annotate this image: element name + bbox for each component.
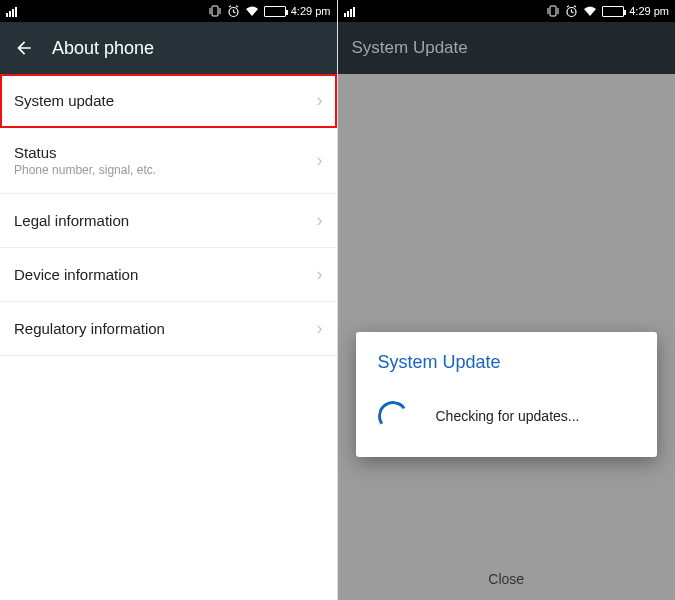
status-time: 4:29 pm bbox=[291, 5, 331, 17]
settings-list: System update › Status Phone number, sig… bbox=[0, 74, 337, 356]
svg-line-22 bbox=[567, 5, 569, 6]
battery-icon bbox=[264, 6, 286, 17]
chevron-right-icon: › bbox=[317, 210, 323, 231]
status-bar: 4:29 pm bbox=[338, 0, 676, 22]
status-time: 4:29 pm bbox=[629, 5, 669, 17]
svg-line-23 bbox=[574, 5, 576, 6]
list-item-subtitle: Phone number, signal, etc. bbox=[14, 163, 156, 177]
close-button[interactable]: Close bbox=[338, 558, 676, 600]
phone-screen-about: 4:29 pm About phone System update › Stat… bbox=[0, 0, 338, 600]
list-item-title: Status bbox=[14, 144, 156, 161]
svg-line-11 bbox=[236, 5, 238, 6]
signal-icon bbox=[6, 5, 20, 17]
list-item-regulatory[interactable]: Regulatory information › bbox=[0, 302, 337, 356]
svg-rect-12 bbox=[344, 13, 346, 17]
svg-rect-3 bbox=[15, 7, 17, 17]
phone-screen-system-update: 4:29 pm System Update System Update Chec… bbox=[338, 0, 676, 600]
modal-scrim: System Update Checking for updates... Cl… bbox=[338, 74, 676, 600]
svg-rect-0 bbox=[6, 13, 8, 17]
page-title: About phone bbox=[52, 38, 154, 59]
svg-rect-1 bbox=[9, 11, 11, 17]
back-icon[interactable] bbox=[14, 38, 34, 58]
chevron-right-icon: › bbox=[317, 318, 323, 339]
svg-rect-16 bbox=[550, 6, 556, 16]
status-bar: 4:29 pm bbox=[0, 0, 337, 22]
list-item-legal[interactable]: Legal information › bbox=[0, 194, 337, 248]
chevron-right-icon: › bbox=[317, 90, 323, 111]
vibrate-icon bbox=[208, 5, 222, 17]
svg-rect-4 bbox=[212, 6, 218, 16]
svg-rect-13 bbox=[347, 11, 349, 17]
alarm-icon bbox=[565, 5, 578, 18]
toolbar-system-update: System Update bbox=[338, 22, 676, 74]
dialog-message: Checking for updates... bbox=[436, 408, 580, 424]
battery-icon bbox=[602, 6, 624, 17]
wifi-icon bbox=[583, 6, 597, 17]
dialog-title: System Update bbox=[378, 352, 636, 373]
spinner-icon bbox=[375, 399, 410, 434]
list-item-title: Legal information bbox=[14, 212, 129, 229]
svg-rect-15 bbox=[353, 7, 355, 17]
page-title: System Update bbox=[352, 38, 468, 58]
chevron-right-icon: › bbox=[317, 264, 323, 285]
list-item-device-info[interactable]: Device information › bbox=[0, 248, 337, 302]
chevron-right-icon: › bbox=[317, 150, 323, 171]
list-item-title: System update bbox=[14, 92, 114, 109]
wifi-icon bbox=[245, 6, 259, 17]
list-item-status[interactable]: Status Phone number, signal, etc. › bbox=[0, 128, 337, 194]
svg-line-9 bbox=[233, 12, 235, 13]
svg-rect-14 bbox=[350, 9, 352, 17]
list-item-title: Regulatory information bbox=[14, 320, 165, 337]
close-label: Close bbox=[488, 571, 524, 587]
alarm-icon bbox=[227, 5, 240, 18]
vibrate-icon bbox=[546, 5, 560, 17]
list-item-title: Device information bbox=[14, 266, 138, 283]
svg-line-21 bbox=[572, 12, 574, 13]
svg-line-10 bbox=[229, 5, 231, 6]
svg-rect-2 bbox=[12, 9, 14, 17]
system-update-dialog: System Update Checking for updates... bbox=[356, 332, 658, 457]
signal-icon bbox=[344, 5, 358, 17]
toolbar-about-phone: About phone bbox=[0, 22, 337, 74]
list-item-system-update[interactable]: System update › bbox=[0, 74, 337, 128]
